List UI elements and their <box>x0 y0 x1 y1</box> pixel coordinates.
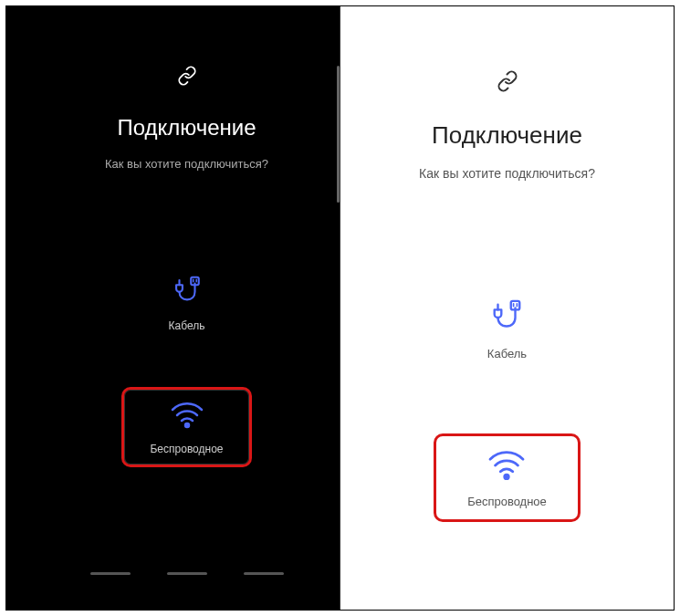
wireless-label: Беспроводное <box>467 495 547 508</box>
option-wireless[interactable]: Беспроводное <box>121 387 251 467</box>
scroll-indicator <box>337 66 340 203</box>
page-title: Подключение <box>432 121 582 150</box>
wifi-icon <box>486 449 528 485</box>
wifi-icon <box>169 401 205 433</box>
navigation-bar[interactable] <box>34 572 340 575</box>
svg-point-1 <box>185 423 189 427</box>
split-container: Подключение Как вы хотите подключиться? <box>6 6 674 610</box>
option-wireless[interactable]: Беспроводное <box>434 433 581 522</box>
page-title: Подключение <box>117 115 256 141</box>
light-theme-pane: Подключение Как вы хотите подключиться? <box>340 6 674 610</box>
cable-icon <box>489 299 524 338</box>
dark-pane-inner: Подключение Как вы хотите подключиться? <box>34 34 340 582</box>
option-cable[interactable]: Кабель <box>169 276 205 332</box>
connection-options: Кабель Беспроводное <box>121 276 251 467</box>
nav-recent[interactable] <box>90 572 131 575</box>
page-subtitle: Как вы хотите подключиться? <box>105 157 268 171</box>
nav-back[interactable] <box>244 572 284 575</box>
header-section: Подключение Как вы хотите подключиться? <box>34 66 340 171</box>
wireless-label: Беспроводное <box>150 443 223 455</box>
cable-icon <box>172 276 203 310</box>
svg-point-3 <box>505 475 509 479</box>
option-cable[interactable]: Кабель <box>487 299 527 360</box>
header-section: Подключение Как вы хотите подключиться? <box>340 70 674 181</box>
link-icon <box>497 70 518 96</box>
connection-options: Кабель Беспроводное <box>434 299 581 522</box>
cable-label: Кабель <box>487 347 527 360</box>
dark-theme-pane: Подключение Как вы хотите подключиться? <box>6 6 340 610</box>
link-icon <box>177 66 197 89</box>
outer-border: Подключение Как вы хотите подключиться? <box>5 5 675 611</box>
cable-label: Кабель <box>169 319 205 332</box>
page-subtitle: Как вы хотите подключиться? <box>419 166 595 181</box>
nav-home[interactable] <box>167 572 207 575</box>
